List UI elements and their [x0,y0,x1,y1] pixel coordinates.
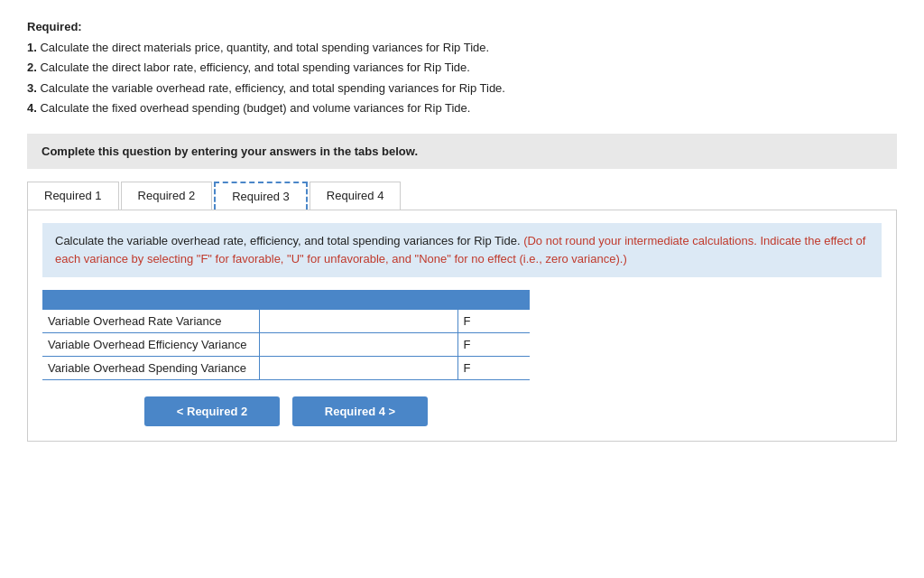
variance-input-1[interactable] [265,314,452,328]
info-text-black: Calculate the variable overhead rate, ef… [55,234,521,247]
info-box: Calculate the variable overhead rate, ef… [42,223,882,277]
nav-buttons: < Required 2 Required 4 > [42,396,530,426]
table-row: Variable Overhead Efficiency Variance F [42,332,530,356]
row-input-1[interactable] [259,310,457,333]
row-effect-3: F [457,356,530,379]
tab-required-1[interactable]: Required 1 [27,182,119,210]
next-button[interactable]: Required 4 > [292,396,428,426]
row-input-3[interactable] [259,356,457,379]
variance-table: Variable Overhead Rate Variance F Variab… [42,290,530,380]
tab-required-4[interactable]: Required 4 [310,182,402,210]
tab-content: Calculate the variable overhead rate, ef… [27,210,897,442]
row-effect-1: F [457,310,530,333]
req-4: 4. Calculate the fixed overhead spending… [27,99,897,117]
required-section: Required: 1. Calculate the direct materi… [27,18,897,117]
table-header-row [42,290,530,310]
table-row: Variable Overhead Rate Variance F [42,310,530,333]
row-label-1: Variable Overhead Rate Variance [42,310,259,333]
table-row: Variable Overhead Spending Variance F [42,356,530,379]
req-3: 3. Calculate the variable overhead rate,… [27,79,897,98]
variance-input-2[interactable] [265,338,452,351]
prev-button[interactable]: < Required 2 [144,396,280,426]
required-heading: Required: [27,18,897,36]
row-input-2[interactable] [259,332,457,356]
req-1: 1. Calculate the direct materials price,… [27,39,897,57]
tabs-row: Required 1 Required 2 Required 3 Require… [27,182,897,210]
variance-input-3[interactable] [265,361,452,375]
row-effect-2: F [457,332,530,356]
instruction-box: Complete this question by entering your … [27,134,897,169]
tab-required-3[interactable]: Required 3 [214,182,308,210]
req-2: 2. Calculate the direct labor rate, effi… [27,59,897,77]
row-label-2: Variable Overhead Efficiency Variance [42,332,259,356]
tab-required-2[interactable]: Required 2 [121,182,213,210]
row-label-3: Variable Overhead Spending Variance [42,356,259,379]
